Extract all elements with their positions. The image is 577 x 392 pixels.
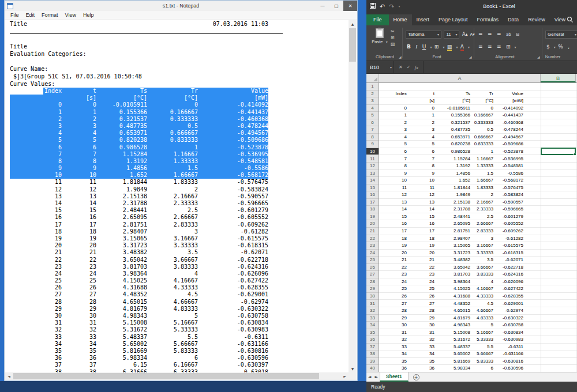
row-header-34[interactable]: 34 (366, 322, 379, 329)
ribbon-tab-insert[interactable]: Insert (412, 14, 434, 25)
cell-a16[interactable]: 12121.98492-0.583824 (379, 191, 541, 199)
cell-a25[interactable]: 21213.483823.5-0.62071 (379, 257, 541, 264)
row-header-29[interactable]: 29 (366, 285, 379, 293)
vertical-scroll-thumb[interactable] (349, 28, 356, 62)
horizontal-scrollbar[interactable]: ◄ ► (5, 372, 349, 380)
row-header-17[interactable]: 17 (366, 199, 379, 206)
menu-format[interactable]: Format (38, 12, 62, 18)
column-header-a[interactable]: A (379, 74, 541, 82)
row-header-31[interactable]: 31 (366, 300, 379, 308)
cell-a13[interactable]: 991.48561.5-0.5586 (379, 170, 541, 178)
cell-a15[interactable]: 11111.818441.83333-0.576475 (379, 184, 541, 192)
row-header-2[interactable]: 2 (366, 91, 379, 98)
new-sheet-icon[interactable]: + (413, 374, 419, 380)
active-cell-b10[interactable] (541, 148, 576, 156)
row-header-37[interactable]: 37 (366, 344, 379, 351)
cell-a8[interactable]: 440.6539710.666667-0.494567 (379, 134, 541, 141)
menu-help[interactable]: Help (80, 12, 98, 18)
orientation-icon[interactable]: ab (506, 32, 511, 37)
clipboard-dialog-launcher-icon[interactable]: ◢ (399, 55, 402, 59)
cell-a20[interactable]: 16162.650952.66667-0.605552 (379, 220, 541, 228)
row-header-5[interactable]: 5 (366, 112, 379, 119)
cell-a26[interactable]: 22223.650423.66667-0.622718 (379, 264, 541, 272)
scroll-down-arrow[interactable]: ▼ (349, 365, 357, 372)
format-painter-icon[interactable]: ▨ (391, 42, 395, 47)
vertical-scrollbar[interactable]: ▲ ▼ (349, 20, 357, 372)
row-header-15[interactable]: 15 (366, 184, 379, 192)
menu-file[interactable]: File (7, 12, 23, 18)
row-header-23[interactable]: 23 (366, 242, 379, 250)
fill-handle[interactable] (574, 153, 576, 156)
cell-a10[interactable]: 660.9865281-0.523878 (379, 148, 541, 156)
paste-button[interactable]: Paste ▾ (371, 28, 388, 44)
row-header-4[interactable]: 4 (366, 105, 379, 112)
ribbon-tab-file[interactable]: File (366, 14, 389, 25)
select-all-corner[interactable] (366, 74, 379, 82)
row-header-40[interactable]: 40 (366, 365, 379, 372)
column-header-b[interactable]: B (541, 74, 576, 82)
formula-input[interactable] (424, 61, 577, 73)
cell-a29[interactable]: 25254.150254.16667-0.627422 (379, 285, 541, 293)
cell-a33[interactable]: 29294.816794.83333-0.630322 (379, 315, 541, 322)
cell-a27[interactable]: 23233.817033.83333-0.624316 (379, 271, 541, 278)
cell-a28[interactable]: 24243.983644-0.626096 (379, 278, 541, 286)
row-header-6[interactable]: 6 (366, 119, 379, 127)
redo-icon[interactable]: ↷ (389, 3, 394, 10)
fill-dropdown-icon[interactable]: ▾ (456, 45, 458, 49)
copy-icon[interactable]: ⊞ (391, 36, 395, 40)
row-header-3[interactable]: 3 (366, 97, 379, 105)
cell-a40[interactable]: 36365.983346-0.630596 (379, 365, 541, 372)
cell-a3[interactable]: [s][°C][°C][mW] (379, 97, 541, 105)
menu-view[interactable]: View (62, 12, 80, 18)
row-header-38[interactable]: 38 (366, 350, 379, 358)
cancel-entry-icon[interactable]: ✕ (399, 65, 403, 70)
row-header-10[interactable]: 10 (366, 148, 379, 156)
row-header-16[interactable]: 16 (366, 191, 379, 199)
currency-format-icon[interactable]: $ (546, 44, 550, 50)
row-header-18[interactable]: 18 (366, 206, 379, 213)
merge-center-icon[interactable]: ⊞ (506, 44, 511, 50)
ribbon-tab-home[interactable]: Home (389, 14, 412, 25)
font-color-icon[interactable]: A (460, 44, 464, 51)
cell-a14[interactable]: 10101.6521.66667-0.568172 (379, 177, 541, 184)
save-icon[interactable] (370, 3, 376, 10)
tell-me-search-icon[interactable] (567, 15, 574, 25)
cell-a18[interactable]: 14142.317882.33333-0.596665 (379, 206, 541, 213)
scroll-right-arrow[interactable]: ► (341, 372, 349, 380)
cell-a17[interactable]: 13132.151382.16667-0.590557 (379, 199, 541, 206)
scroll-left-arrow[interactable]: ◄ (5, 372, 13, 380)
insert-function-icon[interactable]: fx (414, 65, 418, 70)
confirm-entry-icon[interactable]: ✓ (407, 65, 411, 70)
cell-a36[interactable]: 32325.316725.33333-0.630983 (379, 336, 541, 344)
notepad-titlebar[interactable]: s1.txt - Notepad — ▢ ✕ (5, 1, 357, 11)
cell-a38[interactable]: 34345.650025.66667-0.631166 (379, 350, 541, 358)
align-middle-icon[interactable]: ≡ (488, 31, 492, 37)
ribbon-tab-formulas[interactable]: Formulas (473, 14, 504, 25)
bold-button[interactable]: B (407, 44, 411, 50)
ribbon-tab-page-layout[interactable]: Page Layout (434, 14, 473, 25)
cell-a21[interactable]: 17172.817512.83333-0.609262 (379, 228, 541, 235)
cell-a4[interactable]: 00-0.01059110-0.414092 (379, 105, 541, 112)
sheet-nav-right-icon[interactable]: ► (373, 375, 379, 379)
align-left-icon[interactable]: ≡ (478, 44, 483, 50)
cell-a11[interactable]: 771.152841.16667-0.536995 (379, 156, 541, 163)
name-box[interactable]: B10 ▾ (366, 61, 394, 73)
italic-button[interactable]: I (415, 44, 417, 50)
cell-a9[interactable]: 550.8202380.833333-0.509686 (379, 141, 541, 148)
cell-a30[interactable]: 26264.316884.33333-0.628355 (379, 293, 541, 300)
cell-a34[interactable]: 30304.983435-0.630758 (379, 322, 541, 329)
row-header-11[interactable]: 11 (366, 156, 379, 163)
row-header-33[interactable]: 33 (366, 315, 379, 322)
notepad-text-area[interactable]: Title 07.03.2016 11:03 Title Evaluation … (5, 20, 349, 372)
percent-format-icon[interactable]: % (558, 44, 563, 50)
cell-a31[interactable]: 27274.483524.5-0.629001 (379, 300, 541, 308)
ribbon-tab-data[interactable]: Data (503, 14, 523, 25)
font-dialog-launcher-icon[interactable]: ◢ (469, 55, 472, 59)
worksheet-grid[interactable]: IndextTsTrValue[s][°C][°C][mW]00-0.01059… (366, 83, 577, 372)
ribbon-tab-review[interactable]: Review (523, 14, 550, 25)
fill-color-icon[interactable]: ▨ (447, 44, 452, 51)
undo-icon[interactable]: ↶ (380, 3, 385, 10)
row-header-26[interactable]: 26 (366, 264, 379, 272)
row-header-7[interactable]: 7 (366, 126, 379, 134)
wrap-text-icon[interactable]: ⊟ (516, 32, 519, 37)
